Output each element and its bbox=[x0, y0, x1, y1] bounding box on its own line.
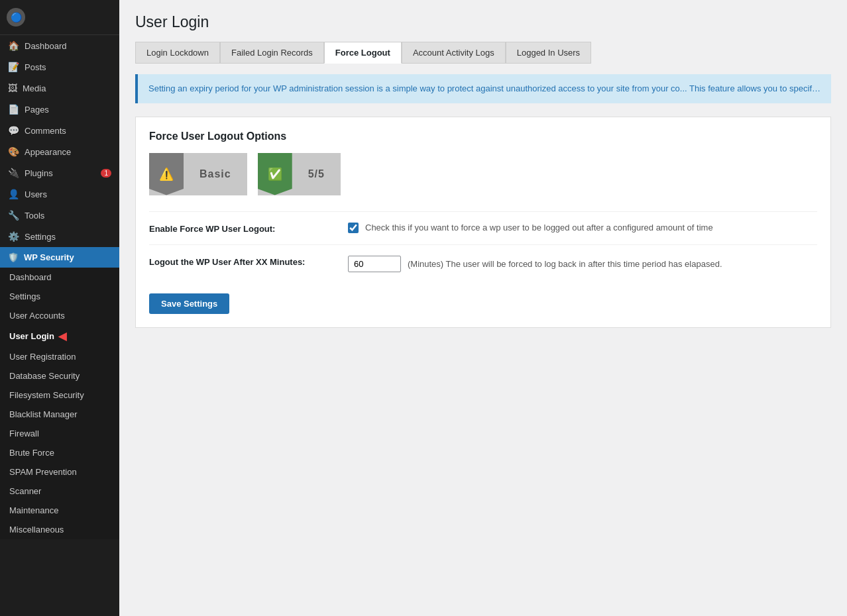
tab-bar: Login Lockdown Failed Login Records Forc… bbox=[135, 42, 831, 64]
basic-shield-icon: ⚠️ bbox=[149, 153, 184, 195]
sidebar-sub-user-login[interactable]: User Login ◀ bbox=[0, 325, 119, 347]
badges-row: ⚠️ Basic ✅ 5/5 bbox=[149, 153, 817, 195]
users-icon: 👤 bbox=[8, 189, 19, 199]
settings-panel: Force User Logout Options ⚠️ Basic ✅ 5/5… bbox=[135, 117, 831, 328]
sidebar-sub-scanner[interactable]: Scanner bbox=[0, 482, 119, 501]
tools-icon: 🔧 bbox=[8, 210, 19, 221]
badge-basic: ⚠️ Basic bbox=[149, 153, 247, 195]
sidebar-item-label: Appearance bbox=[25, 147, 71, 157]
score-shield-icon: ✅ bbox=[258, 153, 292, 195]
appearance-icon: 🎨 bbox=[8, 146, 19, 157]
wp-logo: 🔵 bbox=[7, 8, 25, 26]
sidebar-item-tools[interactable]: 🔧 Tools bbox=[0, 205, 119, 226]
sidebar-sub-user-registration[interactable]: User Registration bbox=[0, 347, 119, 366]
settings-icon: ⚙️ bbox=[8, 231, 19, 242]
sidebar-sub-firewall[interactable]: Firewall bbox=[0, 424, 119, 443]
enable-force-logout-help: Check this if you want to force a wp use… bbox=[365, 223, 713, 232]
sidebar-wp-security[interactable]: 🛡️ WP Security bbox=[0, 247, 119, 268]
sidebar-sub-section: Dashboard Settings User Accounts User Lo… bbox=[0, 268, 119, 539]
sidebar-sub-user-accounts[interactable]: User Accounts bbox=[0, 306, 119, 325]
tab-login-lockdown[interactable]: Login Lockdown bbox=[135, 42, 220, 64]
wp-security-icon: 🛡️ bbox=[8, 252, 19, 262]
sidebar-item-label: Dashboard bbox=[25, 41, 67, 51]
enable-force-logout-label: Enable Force WP User Logout: bbox=[149, 223, 335, 234]
logout-minutes-input[interactable] bbox=[348, 256, 401, 272]
panel-title: Force User Logout Options bbox=[149, 130, 817, 142]
badge-score: ✅ 5/5 bbox=[258, 153, 341, 195]
posts-icon: 📝 bbox=[8, 62, 19, 72]
sidebar-sub-database-security[interactable]: Database Security bbox=[0, 366, 119, 385]
sidebar-item-comments[interactable]: 💬 Comments bbox=[0, 120, 119, 141]
sidebar-sub-maintenance[interactable]: Maintenance bbox=[0, 501, 119, 520]
save-settings-button[interactable]: Save Settings bbox=[149, 293, 229, 314]
sidebar-item-plugins[interactable]: 🔌 Plugins 1 bbox=[0, 162, 119, 183]
tab-force-logout[interactable]: Force Logout bbox=[324, 42, 402, 64]
sidebar-sub-filesystem-security[interactable]: Filesystem Security bbox=[0, 385, 119, 405]
comments-icon: 💬 bbox=[8, 125, 19, 136]
logout-minutes-help: (Minutes) The user will be forced to log… bbox=[408, 259, 722, 269]
sidebar-item-pages[interactable]: 📄 Pages bbox=[0, 99, 119, 120]
badge-score-label: 5/5 bbox=[292, 168, 341, 180]
sidebar-sub-spam-prevention[interactable]: SPAM Prevention bbox=[0, 462, 119, 482]
tab-logged-in[interactable]: Logged In Users bbox=[506, 42, 591, 64]
sidebar-item-users[interactable]: 👤 Users bbox=[0, 183, 119, 205]
sidebar-item-dashboard[interactable]: 🏠 Dashboard bbox=[0, 35, 119, 56]
plugins-icon: 🔌 bbox=[8, 168, 19, 178]
sidebar-item-posts[interactable]: 📝 Posts bbox=[0, 56, 119, 77]
current-arrow-icon: ◀ bbox=[58, 330, 66, 342]
user-login-label: User Login bbox=[9, 331, 54, 341]
sidebar: 🔵 🏠 Dashboard 📝 Posts 🖼 Media 📄 Pages 💬 … bbox=[0, 0, 119, 616]
sidebar-header: 🔵 bbox=[0, 0, 119, 35]
sidebar-sub-settings[interactable]: Settings bbox=[0, 287, 119, 306]
wp-security-label: WP Security bbox=[24, 252, 74, 262]
sidebar-sub-blacklist-manager[interactable]: Blacklist Manager bbox=[0, 405, 119, 424]
enable-force-logout-row: Enable Force WP User Logout: Check this … bbox=[149, 211, 817, 244]
sidebar-item-media[interactable]: 🖼 Media bbox=[0, 77, 119, 99]
tab-failed-login[interactable]: Failed Login Records bbox=[220, 42, 324, 64]
sidebar-item-label: Posts bbox=[25, 62, 46, 72]
sidebar-item-label: Media bbox=[23, 83, 46, 93]
sidebar-item-appearance[interactable]: 🎨 Appearance bbox=[0, 141, 119, 162]
sidebar-item-label: Plugins bbox=[25, 168, 53, 178]
enable-force-logout-control: Check this if you want to force a wp use… bbox=[348, 223, 817, 233]
pages-icon: 📄 bbox=[8, 104, 19, 115]
sidebar-sub-brute-force[interactable]: Brute Force bbox=[0, 443, 119, 462]
main-content: User Login Login Lockdown Failed Login R… bbox=[119, 0, 847, 616]
logout-minutes-label: Logout the WP User After XX Minutes: bbox=[149, 256, 335, 267]
page-title: User Login bbox=[135, 13, 831, 31]
sidebar-item-label: Users bbox=[25, 189, 47, 199]
sidebar-item-label: Settings bbox=[25, 232, 56, 242]
dashboard-icon: 🏠 bbox=[8, 40, 19, 51]
sidebar-sub-miscellaneous[interactable]: Miscellaneous bbox=[0, 520, 119, 539]
sidebar-sub-dashboard[interactable]: Dashboard bbox=[0, 268, 119, 287]
sidebar-item-label: Tools bbox=[25, 211, 44, 221]
tab-activity-logs[interactable]: Account Activity Logs bbox=[402, 42, 506, 64]
logout-minutes-control: (Minutes) The user will be forced to log… bbox=[348, 256, 817, 272]
badge-basic-label: Basic bbox=[184, 168, 247, 180]
sidebar-item-settings[interactable]: ⚙️ Settings bbox=[0, 226, 119, 247]
plugins-badge: 1 bbox=[101, 169, 111, 178]
info-box: Setting an expiry period for your WP adm… bbox=[135, 74, 831, 103]
sidebar-item-label: Comments bbox=[25, 126, 66, 136]
logout-minutes-row: Logout the WP User After XX Minutes: (Mi… bbox=[149, 244, 817, 283]
media-icon: 🖼 bbox=[8, 83, 17, 93]
sidebar-item-label: Pages bbox=[25, 105, 49, 115]
enable-force-logout-checkbox[interactable] bbox=[348, 223, 359, 233]
